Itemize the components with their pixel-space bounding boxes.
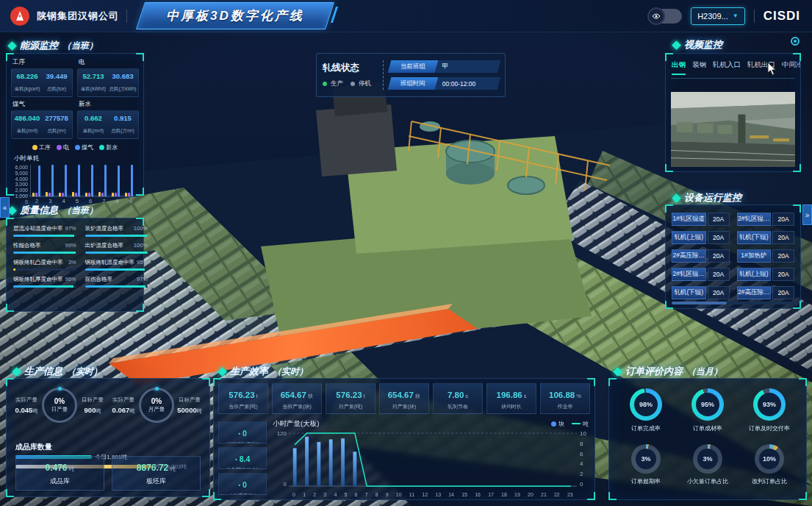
order-kpis: 98订单完成率 95订单成材率 93订单及时交付率 3订单超期率 3小欠量订单占… — [615, 386, 800, 496]
device-item: 轧机(上辊)20A — [737, 268, 795, 281]
device-item: 轧机(下辊)20A — [672, 286, 730, 299]
device-item: 1#轧区辊道20A — [672, 213, 730, 226]
visibility-toggle[interactable] — [648, 9, 682, 24]
metric-label: 出炉温度合格率 — [85, 242, 124, 249]
slab-stock-card: 8876.72吨板坯库 — [112, 456, 201, 491]
device-name: 轧机(下辊) — [737, 231, 772, 244]
cctv-video-feed[interactable] — [671, 92, 795, 167]
tab-intercooling[interactable]: 中间冷 — [782, 60, 800, 75]
stat-card: 196.86s块均时长 — [486, 383, 536, 414]
shift-time-label-chip: 班组时间 — [388, 77, 439, 90]
page-title: 中厚板3D数字化产线 — [166, 7, 304, 24]
stat-card: 654.67块日产量(块) — [379, 383, 429, 414]
video-panel-header: 视频监控 — [673, 38, 722, 51]
actual-output-month: 实际产量0.067吨 — [108, 396, 139, 415]
metric-pct: 3 — [68, 259, 76, 266]
video-panel: 出钢 装钢 轧机入口 轧机出口 中间冷 电动辊道 — [665, 53, 801, 172]
device-scrollbar-thumb[interactable] — [672, 302, 727, 304]
legend-dot — [99, 145, 104, 150]
energy-value: 0.915 — [108, 114, 137, 122]
inventory-title: 成品库数量 — [15, 442, 52, 452]
legend-item: 电 — [57, 143, 69, 152]
legend-dot — [32, 145, 37, 150]
energy-group-label: 工序 — [12, 58, 73, 67]
quality-metric: 层流冷却温度命中率97 — [13, 225, 76, 237]
metric-label: 探伤合格率 — [85, 276, 113, 283]
tab-charging[interactable]: 装钢 — [692, 60, 706, 75]
target-output-day: 目标产量900吨 — [77, 396, 108, 415]
device-current: 20A — [708, 286, 730, 299]
energy-group-label: 新水 — [79, 100, 139, 109]
device-name: 2#轧区辊… — [672, 268, 706, 281]
energy-legend: 工序 电 煤气 新水 — [7, 143, 143, 152]
metric-pct: 97 — [65, 225, 76, 232]
device-name: 1#轧区辊道 — [672, 213, 706, 226]
legend-dot — [551, 421, 556, 427]
device-item: 2#高压除…20A — [672, 249, 730, 263]
hourly-chart-right-axis: 1086420 — [577, 429, 589, 492]
hourly-chart-legend: 块 吨 — [551, 420, 589, 428]
inventory-cards: 0.476吨成品库 8876.72吨板坯库 — [15, 456, 201, 491]
quality-metric: 装炉温度合格率100 — [85, 225, 148, 237]
line-status-card: 轧线状态 生产 停机 当前班组 甲 班组时间 00:00-12:00 — [316, 53, 506, 97]
line-status-legend: 生产 停机 — [323, 79, 377, 88]
order-ontime-donut: 93 — [753, 388, 786, 421]
legend-label: 块 — [558, 421, 564, 427]
kpi-label: 小欠量订单占比 — [687, 477, 728, 485]
order-overdue-donut: 3 — [631, 444, 661, 474]
energy-unit: 总耗(万m³) — [111, 128, 134, 133]
header-divider — [126, 10, 127, 23]
video-collapse-icon[interactable] — [791, 37, 800, 46]
legend-label: 电 — [63, 144, 69, 151]
legend-item: 煤气 — [75, 143, 93, 152]
legend-label: 新水 — [106, 144, 118, 151]
hourly-chart-plot — [289, 429, 577, 492]
chevron-right-icon: » — [805, 211, 810, 219]
month-output-gauge: 0%月产量 — [139, 388, 174, 423]
tab-mill-entry[interactable]: 轧机入口 — [713, 60, 741, 75]
diamond-icon — [7, 41, 17, 51]
energy-group-gas: 煤气 486.040单耗(m³/t) 277578总耗(m³) — [11, 100, 73, 139]
metric-label: 装炉温度合格率 — [85, 225, 124, 232]
devices-panel: 1#轧区辊道20A 2#轧区辊…20A 轧机(上辊)20A 轧机(下辊)20A … — [665, 204, 801, 309]
legend-dot — [57, 145, 62, 150]
tab-tapping[interactable]: 出钢 — [672, 60, 686, 75]
energy-unit: 单耗(kgce/t) — [15, 86, 40, 91]
energy-value: 277578 — [42, 114, 71, 122]
video-tabs: 出钢 装钢 轧机入口 轧机出口 中间冷 电动辊道 — [666, 54, 800, 75]
hourly-chart-title: 小时产量(大板) — [273, 419, 319, 429]
kpi-label: 改判订单占比 — [752, 477, 787, 485]
device-item: 2#轧区辊…20A — [737, 213, 795, 226]
device-name: 2#高压除… — [672, 249, 706, 263]
right-panel-collapse-tab[interactable]: » — [802, 204, 812, 225]
production-panel-header: 生产信息 （实时） — [13, 365, 102, 378]
shift-time-row: 班组时间 00:00-12:00 — [388, 77, 501, 90]
diamond-icon — [218, 367, 227, 377]
efficiency-panel: 576.23t当班产量(吨) 654.67块当班产量(块) 576.23t日产量… — [213, 378, 595, 500]
metric-pct: 96 — [65, 276, 76, 283]
device-item: 1#加热炉20A — [737, 249, 795, 263]
metric-pct: 100 — [134, 225, 148, 232]
top-right-controls: H2309... ▼ CISDI — [648, 7, 812, 25]
tab-mill-exit[interactable]: 轧机出口 — [747, 60, 775, 75]
energy-panel-tag: （当班） — [62, 40, 98, 52]
target-output-month: 目标产量50000吨 — [174, 396, 205, 415]
efficiency-side-stats: 0当班待轧坯(块) 8.4轧制节奏(块/h) 0小时产量(吨) — [218, 421, 267, 495]
legend-line — [572, 423, 581, 424]
stat-card: 7.80s轧制节奏 — [433, 383, 483, 414]
energy-value: 68.226 — [12, 72, 42, 80]
orders-panel-header: 订单评价内容 （当月） — [614, 365, 722, 378]
production-gauges: 实际产量0.045吨 0%日产量 目标产量900吨 实际产量0.067吨 0%月… — [7, 379, 209, 423]
stat-card: 576.23t日产量(吨) — [326, 383, 376, 414]
quality-metric: 钢板终轧温度命中率95 — [85, 259, 148, 271]
line-status-title: 轧线状态 — [323, 62, 377, 74]
energy-unit: 总耗(tce) — [47, 86, 66, 91]
left-panel-collapse-tab[interactable]: « — [0, 197, 10, 218]
order-kpi: 10改判订单占比 — [739, 442, 800, 496]
energy-groups: 工序 68.226单耗(kgce/t) 39.449总耗(tce) 电 52.7… — [7, 54, 143, 139]
quality-metric: 出炉温度合格率100 — [85, 242, 148, 254]
camera-select[interactable]: H2309... ▼ — [691, 7, 745, 25]
shift-time-value: 00:00-12:00 — [435, 77, 501, 90]
efficiency-panel-tag: （实时） — [273, 366, 308, 378]
header-divider — [754, 10, 755, 23]
